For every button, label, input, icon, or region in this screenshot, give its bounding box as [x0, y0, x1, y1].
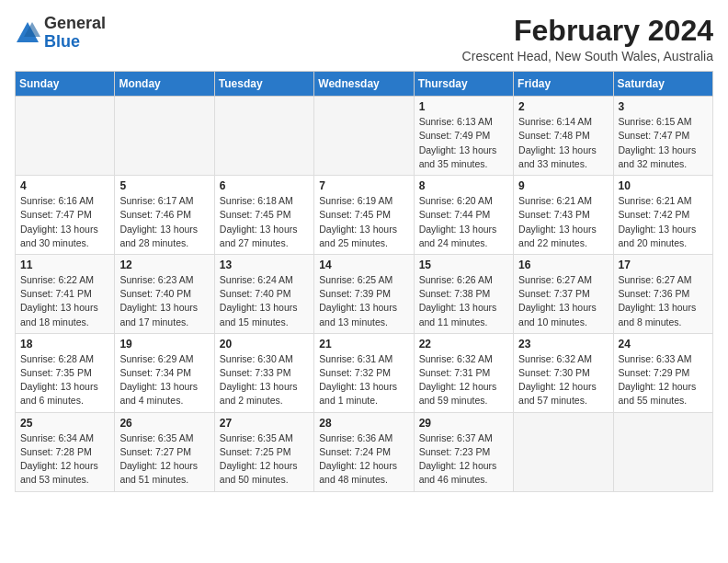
- day-number: 5: [119, 179, 209, 192]
- table-row: [115, 97, 214, 176]
- calendar-week-row: 25Sunrise: 6:34 AMSunset: 7:28 PMDayligh…: [16, 412, 713, 491]
- logo-icon: [15, 20, 40, 46]
- col-tuesday: Tuesday: [214, 72, 313, 97]
- calendar-week-row: 1Sunrise: 6:13 AMSunset: 7:49 PMDaylight…: [16, 97, 713, 176]
- day-info: Sunrise: 6:26 AMSunset: 7:38 PMDaylight:…: [419, 273, 508, 329]
- table-row: 9Sunrise: 6:21 AMSunset: 7:43 PMDaylight…: [514, 176, 613, 255]
- day-number: 2: [518, 100, 608, 113]
- logo: General Blue: [15, 15, 106, 52]
- table-row: 23Sunrise: 6:32 AMSunset: 7:30 PMDayligh…: [514, 333, 613, 412]
- table-row: 15Sunrise: 6:26 AMSunset: 7:38 PMDayligh…: [414, 254, 513, 333]
- day-info: Sunrise: 6:22 AMSunset: 7:41 PMDaylight:…: [20, 273, 109, 329]
- day-info: Sunrise: 6:18 AMSunset: 7:45 PMDaylight:…: [220, 194, 309, 250]
- day-number: 19: [119, 338, 209, 350]
- table-row: 26Sunrise: 6:35 AMSunset: 7:27 PMDayligh…: [115, 412, 214, 491]
- table-row: 24Sunrise: 6:33 AMSunset: 7:29 PMDayligh…: [613, 333, 712, 412]
- day-info: Sunrise: 6:21 AMSunset: 7:42 PMDaylight:…: [619, 194, 708, 250]
- table-row: 11Sunrise: 6:22 AMSunset: 7:41 PMDayligh…: [16, 254, 115, 333]
- table-row: [514, 412, 613, 491]
- day-number: 1: [419, 100, 508, 113]
- day-info: Sunrise: 6:34 AMSunset: 7:28 PMDaylight:…: [20, 431, 109, 488]
- table-row: 12Sunrise: 6:23 AMSunset: 7:40 PMDayligh…: [115, 254, 214, 333]
- day-info: Sunrise: 6:28 AMSunset: 7:35 PMDaylight:…: [20, 352, 109, 408]
- day-info: Sunrise: 6:32 AMSunset: 7:30 PMDaylight:…: [518, 352, 608, 408]
- table-row: 1Sunrise: 6:13 AMSunset: 7:49 PMDaylight…: [414, 97, 513, 176]
- day-number: 24: [619, 338, 708, 350]
- day-info: Sunrise: 6:13 AMSunset: 7:49 PMDaylight:…: [419, 115, 508, 171]
- table-row: [214, 97, 313, 176]
- col-wednesday: Wednesday: [314, 72, 414, 97]
- day-info: Sunrise: 6:15 AMSunset: 7:47 PMDaylight:…: [619, 115, 708, 171]
- day-number: 7: [319, 179, 408, 192]
- day-info: Sunrise: 6:35 AMSunset: 7:25 PMDaylight:…: [220, 431, 309, 488]
- day-number: 17: [619, 259, 708, 271]
- table-row: 18Sunrise: 6:28 AMSunset: 7:35 PMDayligh…: [16, 333, 115, 412]
- day-number: 22: [419, 338, 508, 350]
- page-header: General Blue February 2024 Crescent Head…: [15, 15, 713, 63]
- day-number: 13: [220, 259, 309, 271]
- day-number: 23: [518, 338, 608, 350]
- day-number: 3: [619, 100, 708, 113]
- day-info: Sunrise: 6:37 AMSunset: 7:23 PMDaylight:…: [419, 431, 508, 488]
- table-row: 14Sunrise: 6:25 AMSunset: 7:39 PMDayligh…: [314, 254, 414, 333]
- day-number: 29: [419, 417, 508, 430]
- day-number: 26: [119, 417, 209, 430]
- day-number: 21: [319, 338, 408, 350]
- day-info: Sunrise: 6:25 AMSunset: 7:39 PMDaylight:…: [319, 273, 408, 329]
- col-sunday: Sunday: [16, 72, 115, 97]
- day-number: 6: [220, 179, 309, 192]
- day-info: Sunrise: 6:16 AMSunset: 7:47 PMDaylight:…: [20, 194, 109, 250]
- day-number: 14: [319, 259, 408, 271]
- day-number: 28: [319, 417, 408, 430]
- table-row: 7Sunrise: 6:19 AMSunset: 7:45 PMDaylight…: [314, 176, 414, 255]
- col-friday: Friday: [514, 72, 613, 97]
- col-thursday: Thursday: [414, 72, 513, 97]
- day-number: 15: [419, 259, 508, 271]
- table-row: 21Sunrise: 6:31 AMSunset: 7:32 PMDayligh…: [314, 333, 414, 412]
- day-info: Sunrise: 6:20 AMSunset: 7:44 PMDaylight:…: [419, 194, 508, 250]
- day-info: Sunrise: 6:14 AMSunset: 7:48 PMDaylight:…: [518, 115, 608, 171]
- day-number: 12: [119, 259, 209, 271]
- day-number: 4: [20, 179, 109, 192]
- calendar-week-row: 4Sunrise: 6:16 AMSunset: 7:47 PMDaylight…: [16, 176, 713, 255]
- day-info: Sunrise: 6:31 AMSunset: 7:32 PMDaylight:…: [319, 352, 408, 408]
- day-info: Sunrise: 6:19 AMSunset: 7:45 PMDaylight:…: [319, 194, 408, 250]
- day-number: 8: [419, 179, 508, 192]
- table-row: 2Sunrise: 6:14 AMSunset: 7:48 PMDaylight…: [514, 97, 613, 176]
- day-info: Sunrise: 6:35 AMSunset: 7:27 PMDaylight:…: [119, 431, 209, 488]
- day-number: 10: [619, 179, 708, 192]
- calendar-week-row: 11Sunrise: 6:22 AMSunset: 7:41 PMDayligh…: [16, 254, 713, 333]
- table-row: 17Sunrise: 6:27 AMSunset: 7:36 PMDayligh…: [613, 254, 712, 333]
- day-info: Sunrise: 6:23 AMSunset: 7:40 PMDaylight:…: [119, 273, 209, 329]
- table-row: 13Sunrise: 6:24 AMSunset: 7:40 PMDayligh…: [214, 254, 313, 333]
- day-info: Sunrise: 6:17 AMSunset: 7:46 PMDaylight:…: [119, 194, 209, 250]
- day-number: 20: [220, 338, 309, 350]
- calendar-header-row: Sunday Monday Tuesday Wednesday Thursday…: [16, 72, 713, 97]
- day-info: Sunrise: 6:24 AMSunset: 7:40 PMDaylight:…: [220, 273, 309, 329]
- table-row: 27Sunrise: 6:35 AMSunset: 7:25 PMDayligh…: [214, 412, 313, 491]
- day-info: Sunrise: 6:27 AMSunset: 7:37 PMDaylight:…: [518, 273, 608, 329]
- table-row: 5Sunrise: 6:17 AMSunset: 7:46 PMDaylight…: [115, 176, 214, 255]
- col-saturday: Saturday: [613, 72, 712, 97]
- calendar-week-row: 18Sunrise: 6:28 AMSunset: 7:35 PMDayligh…: [16, 333, 713, 412]
- table-row: [613, 412, 712, 491]
- day-info: Sunrise: 6:32 AMSunset: 7:31 PMDaylight:…: [419, 352, 508, 408]
- day-number: 27: [220, 417, 309, 430]
- logo-text: General Blue: [44, 15, 106, 52]
- table-row: 3Sunrise: 6:15 AMSunset: 7:47 PMDaylight…: [613, 97, 712, 176]
- table-row: [314, 97, 414, 176]
- day-info: Sunrise: 6:33 AMSunset: 7:29 PMDaylight:…: [619, 352, 708, 408]
- day-number: 11: [20, 259, 109, 271]
- table-row: 19Sunrise: 6:29 AMSunset: 7:34 PMDayligh…: [115, 333, 214, 412]
- day-info: Sunrise: 6:36 AMSunset: 7:24 PMDaylight:…: [319, 431, 408, 488]
- day-info: Sunrise: 6:30 AMSunset: 7:33 PMDaylight:…: [220, 352, 309, 408]
- day-info: Sunrise: 6:27 AMSunset: 7:36 PMDaylight:…: [619, 273, 708, 329]
- table-row: 8Sunrise: 6:20 AMSunset: 7:44 PMDaylight…: [414, 176, 513, 255]
- table-row: 22Sunrise: 6:32 AMSunset: 7:31 PMDayligh…: [414, 333, 513, 412]
- table-row: [16, 97, 115, 176]
- day-number: 16: [518, 259, 608, 271]
- table-row: 29Sunrise: 6:37 AMSunset: 7:23 PMDayligh…: [414, 412, 513, 491]
- table-row: 6Sunrise: 6:18 AMSunset: 7:45 PMDaylight…: [214, 176, 313, 255]
- day-info: Sunrise: 6:29 AMSunset: 7:34 PMDaylight:…: [119, 352, 209, 408]
- col-monday: Monday: [115, 72, 214, 97]
